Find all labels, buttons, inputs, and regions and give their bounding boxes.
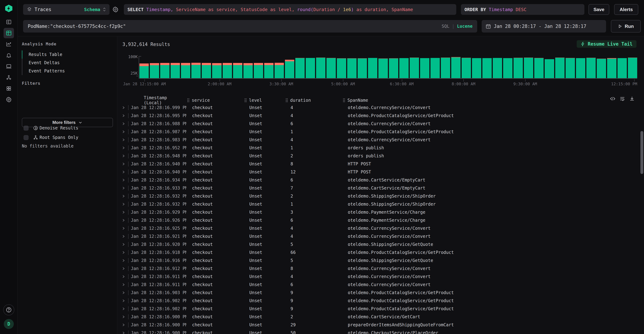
table-row[interactable]: Jan 28 12:28:16.903 PMcheckoutUnset9otel…	[118, 289, 644, 297]
expand-row-icon[interactable]	[122, 146, 125, 150]
table-row[interactable]: Jan 28 12:28:16.929 PMcheckoutUnset3otel…	[118, 208, 644, 216]
expand-row-icon[interactable]	[122, 259, 125, 262]
expand-row-icon[interactable]	[122, 331, 125, 334]
expand-row-icon[interactable]	[122, 251, 125, 254]
expand-row-icon[interactable]	[122, 235, 125, 238]
nav-alerts-icon[interactable]	[4, 50, 14, 60]
table-row[interactable]: Jan 28 12:28:16.926 PMcheckoutUnset6otel…	[118, 216, 644, 224]
table-row[interactable]: Jan 28 12:28:16.999 PMcheckoutUnset4otel…	[118, 103, 644, 112]
table-row[interactable]: Jan 28 12:28:16.988 PMcheckoutUnset6otel…	[118, 120, 644, 128]
date-range-picker[interactable]: 1 Jan 28 00:28:17 - Jan 28 12:28:17	[482, 20, 606, 32]
expand-row-icon[interactable]	[122, 323, 125, 327]
table-row[interactable]: Jan 28 12:28:16.932 PMcheckoutUnset2otel…	[118, 192, 644, 200]
expand-row-icon[interactable]	[122, 267, 125, 270]
wrap-lines-icon[interactable]	[620, 96, 625, 101]
expand-row-icon[interactable]	[122, 114, 125, 117]
nav-search-icon[interactable]	[4, 28, 14, 38]
drag-grip-icon[interactable]	[244, 98, 247, 102]
table-row[interactable]: Jan 28 12:28:16.948 PMcheckoutUnset2orde…	[118, 152, 644, 160]
expand-row-icon[interactable]	[122, 315, 125, 319]
search-input[interactable]: PodName:"checkout-675775c4cc-f2p9c" SQL …	[23, 20, 477, 32]
table-row[interactable]: Jan 28 12:28:16.940 PMcheckoutUnset12HTT…	[118, 168, 644, 176]
table-row[interactable]: Jan 28 12:28:16.995 PMcheckoutUnset4otel…	[118, 112, 644, 120]
cell-service: checkout	[186, 306, 244, 311]
nav-chart-explorer-icon[interactable]	[4, 39, 14, 49]
table-row[interactable]: Jan 28 12:28:16.934 PMcheckoutUnset6otel…	[118, 176, 644, 184]
expand-row-icon[interactable]	[122, 130, 125, 134]
table-row[interactable]: Jan 28 12:28:16.940 PMcheckoutUnset8HTTP…	[118, 160, 644, 168]
expand-row-icon[interactable]	[122, 154, 125, 158]
expand-row-icon[interactable]	[122, 291, 125, 295]
filter-root-spans-only[interactable]: Root Spans Only	[24, 133, 78, 142]
expand-row-icon[interactable]	[122, 210, 125, 214]
table-row[interactable]: Jan 28 12:28:16.902 PMcheckoutUnset9otel…	[118, 297, 644, 305]
table-row[interactable]: Jan 28 12:28:16.987 PMcheckoutUnset1otel…	[118, 128, 644, 136]
sql-toggle[interactable]: SQL	[442, 24, 449, 29]
expand-row-icon[interactable]	[122, 202, 125, 206]
expand-row-icon[interactable]	[122, 227, 125, 230]
expand-row-icon[interactable]	[122, 275, 125, 278]
drag-grip-icon[interactable]	[342, 98, 346, 102]
table-row[interactable]: Jan 28 12:28:16.983 PMcheckoutUnset4otel…	[118, 136, 644, 144]
column-header-spanname[interactable]: SpanName	[342, 98, 644, 103]
expand-row-icon[interactable]	[122, 194, 125, 198]
nav-sessions-icon[interactable]	[4, 61, 14, 71]
table-row[interactable]: Jan 28 12:28:16.921 PMcheckoutUnset4otel…	[118, 232, 644, 240]
expand-row-icon[interactable]	[122, 122, 125, 125]
expand-row-icon[interactable]	[122, 178, 125, 182]
root-spans-checkbox[interactable]	[24, 135, 28, 140]
table-row[interactable]: Jan 28 12:28:16.911 PMcheckoutUnset6otel…	[118, 281, 644, 289]
drag-grip-icon[interactable]	[285, 98, 288, 102]
expand-row-icon[interactable]	[122, 138, 125, 142]
order-by-input[interactable]: ORDER BY Timestamp DESC	[461, 4, 584, 15]
vertical-scrollbar[interactable]	[640, 131, 643, 174]
analysis-mode-item[interactable]: Results Table	[22, 50, 65, 59]
nav-service-map-icon[interactable]	[4, 72, 14, 83]
table-row[interactable]: Jan 28 12:28:16.933 PMcheckoutUnset7otel…	[118, 184, 644, 192]
column-header-duration[interactable]: duration	[285, 98, 342, 103]
save-button[interactable]: Save	[588, 4, 609, 15]
table-row[interactable]: Jan 28 12:28:16.911 PMcheckoutUnset4otel…	[118, 273, 644, 281]
download-icon[interactable]	[629, 96, 635, 101]
sql-select-input[interactable]: SELECT Timestamp, ServiceName as service…	[124, 4, 456, 15]
more-filters-button[interactable]: More filters	[22, 118, 113, 127]
table-row[interactable]: Jan 28 12:28:16.925 PMcheckoutUnset4otel…	[118, 224, 644, 232]
expand-row-icon[interactable]	[122, 170, 125, 174]
expand-row-icon[interactable]	[122, 283, 125, 287]
table-row[interactable]: Jan 28 12:28:16.920 PMcheckoutUnset5otel…	[118, 240, 644, 248]
expand-row-icon[interactable]	[122, 186, 125, 190]
alerts-button[interactable]: Alerts	[614, 4, 638, 15]
table-row[interactable]: Jan 28 12:28:16.932 PMcheckoutUnset1otel…	[118, 200, 644, 208]
help-icon[interactable]	[3, 304, 14, 316]
lucene-toggle[interactable]: Lucene	[457, 24, 472, 29]
nav-dashboards-icon[interactable]	[4, 83, 14, 94]
expand-row-icon[interactable]	[122, 219, 125, 222]
table-row[interactable]: Jan 28 12:28:16.916 PMcheckoutUnset5otel…	[118, 256, 644, 265]
analysis-mode-item[interactable]: Event Deltas	[22, 59, 65, 67]
expand-row-icon[interactable]	[122, 299, 125, 303]
expand-row-icon[interactable]	[122, 162, 125, 166]
column-header-service[interactable]: service	[186, 98, 244, 103]
table-row[interactable]: Jan 28 12:28:16.900 PMcheckoutUnset29pre…	[118, 321, 644, 329]
table-row[interactable]: Jan 28 12:28:16.952 PMcheckoutUnset1orde…	[118, 144, 644, 152]
table-row[interactable]: Jan 28 12:28:16.900 PMcheckoutUnset2otel…	[118, 313, 644, 321]
user-avatar[interactable]: D	[4, 319, 14, 329]
expand-row-icon[interactable]	[122, 106, 125, 109]
table-row[interactable]: Jan 28 12:28:16.918 PMcheckoutUnset66ote…	[118, 248, 644, 256]
analysis-mode-item[interactable]: Event Patterns	[22, 67, 65, 75]
nav-settings-icon[interactable]	[4, 94, 14, 105]
expand-row-icon[interactable]	[122, 307, 125, 311]
expand-row-icon[interactable]	[122, 243, 125, 246]
run-button[interactable]: Run	[611, 20, 641, 32]
table-row[interactable]: Jan 28 12:28:16.900 PMcheckoutUnset50ote…	[118, 329, 644, 334]
source-selector[interactable]: Traces Schema	[23, 4, 110, 15]
code-icon[interactable]	[610, 96, 615, 101]
table-row[interactable]: Jan 28 12:28:16.912 PMcheckoutUnset8otel…	[118, 265, 644, 273]
app-logo-icon[interactable]	[4, 3, 14, 13]
table-row[interactable]: Jan 28 12:28:16.902 PMcheckoutUnset9otel…	[118, 305, 644, 313]
resume-live-tail-button[interactable]: Resume Live Tail	[577, 40, 636, 48]
collapse-sidebar-icon[interactable]	[4, 17, 14, 27]
source-settings-gear-icon[interactable]	[112, 5, 120, 13]
column-header-level[interactable]: level	[244, 98, 285, 103]
drag-grip-icon[interactable]	[187, 98, 190, 102]
